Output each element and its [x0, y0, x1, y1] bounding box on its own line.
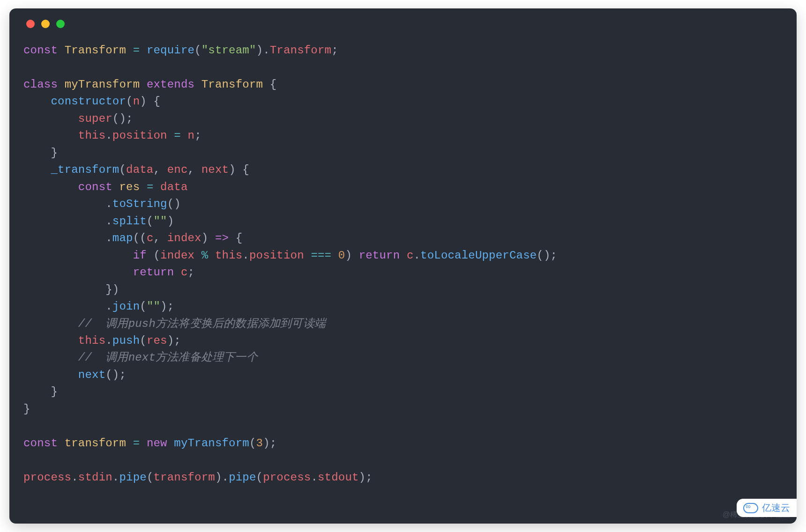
token-pun: .	[112, 471, 119, 484]
token-var: c	[147, 232, 154, 244]
token-pun	[304, 249, 311, 262]
token-pun: .	[23, 232, 112, 244]
token-pun: )	[345, 249, 358, 262]
token-pun	[140, 78, 147, 91]
token-pun	[194, 78, 202, 91]
token-pun: .	[242, 249, 249, 262]
token-fn: toLocaleUpperCase	[420, 249, 537, 262]
token-var: transform	[153, 471, 215, 484]
token-var: position	[112, 129, 167, 142]
token-pun: )	[167, 215, 174, 228]
token-pun: (	[126, 95, 133, 108]
token-pun	[126, 44, 133, 57]
cloud-icon	[743, 503, 758, 513]
token-pun: ();	[537, 249, 557, 262]
token-pun: ).	[256, 44, 270, 57]
token-pun	[331, 249, 338, 262]
token-pun: (	[147, 249, 160, 262]
token-kw: const	[23, 437, 58, 450]
token-pun	[58, 44, 65, 57]
token-pun	[23, 334, 78, 347]
token-pun	[23, 318, 78, 330]
token-cls: myTransform	[65, 78, 140, 91]
token-var: n	[133, 95, 140, 108]
token-cls: res	[119, 181, 140, 193]
token-pun	[181, 129, 188, 142]
token-pun	[23, 369, 78, 381]
token-var: next	[202, 163, 229, 176]
token-str: "stream"	[202, 44, 256, 57]
token-pun	[23, 129, 78, 142]
watermark-yisu: 亿速云	[737, 499, 797, 517]
token-var: process	[263, 471, 311, 484]
token-fn: toString	[112, 198, 167, 210]
token-var: data	[126, 163, 153, 176]
token-fn: myTransform	[174, 437, 249, 450]
token-pun	[58, 78, 65, 91]
token-pun: .	[413, 249, 420, 262]
token-pun: ,	[188, 163, 202, 176]
token-var: position	[249, 249, 304, 262]
close-icon[interactable]	[26, 20, 35, 28]
token-pun: )	[202, 232, 215, 244]
token-var: index	[167, 232, 202, 244]
token-pun: ((	[133, 232, 147, 244]
token-pun: (	[194, 44, 202, 57]
traffic-lights	[23, 20, 783, 28]
token-pun: }	[23, 403, 30, 415]
token-op: =	[133, 44, 140, 57]
token-pun: ) {	[229, 163, 249, 176]
token-var: data	[160, 181, 187, 193]
token-pun	[153, 181, 160, 193]
token-pun: (	[140, 300, 147, 313]
token-fn: join	[112, 300, 140, 313]
token-pun	[208, 249, 215, 262]
token-kw: return	[359, 249, 400, 262]
token-pun: (	[140, 334, 147, 347]
token-cls: Transform	[202, 78, 263, 91]
maximize-icon[interactable]	[56, 20, 65, 28]
token-pun	[140, 44, 147, 57]
token-var: n	[188, 129, 195, 142]
token-pun: {	[263, 78, 276, 91]
token-pun: (	[147, 471, 154, 484]
token-fn: map	[112, 232, 133, 244]
token-var: Transform	[270, 44, 331, 57]
token-pun	[126, 437, 133, 450]
token-pun	[140, 437, 147, 450]
token-pun: .	[311, 471, 318, 484]
token-pun	[23, 181, 78, 193]
token-pun: );	[359, 471, 373, 484]
token-pun: ,	[153, 232, 167, 244]
token-pun: (	[119, 163, 126, 176]
code-block: const Transform = require("stream").Tran…	[23, 42, 783, 486]
token-kw: =>	[215, 232, 229, 244]
token-op: =	[133, 437, 140, 450]
token-var: this	[78, 334, 105, 347]
token-pun	[23, 112, 78, 125]
token-pun: .	[23, 198, 112, 210]
token-pun: ).	[215, 471, 229, 484]
token-fn: next	[78, 369, 105, 381]
token-pun: );	[160, 300, 174, 313]
token-pun: .	[105, 129, 112, 142]
token-pun	[194, 249, 202, 262]
token-kw: new	[147, 437, 167, 450]
token-pun: (	[256, 471, 263, 484]
token-str: ""	[153, 215, 167, 228]
token-cls: Transform	[65, 44, 126, 57]
token-pun	[23, 163, 51, 176]
token-pun	[23, 249, 133, 262]
token-pun	[400, 249, 407, 262]
token-kw: return	[133, 266, 174, 279]
token-pun	[23, 266, 133, 279]
token-fn: pipe	[119, 471, 146, 484]
minimize-icon[interactable]	[41, 20, 50, 28]
token-pun	[112, 181, 119, 193]
token-pun	[167, 129, 174, 142]
token-kw: class	[23, 78, 58, 91]
token-fn: split	[112, 215, 147, 228]
token-var: stdout	[318, 471, 359, 484]
token-pun: }	[23, 147, 58, 159]
token-kw: extends	[147, 78, 194, 91]
